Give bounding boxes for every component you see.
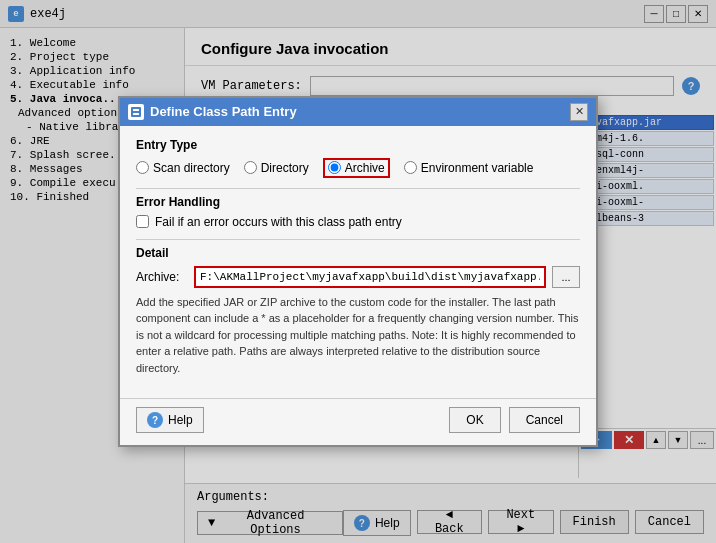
archive-description: Add the specified JAR or ZIP archive to … [136,294,580,377]
archive-field-label: Archive: [136,270,188,284]
radio-directory[interactable]: Directory [244,161,309,175]
archive-input-row: Archive: ... [136,266,580,288]
svg-rect-1 [133,109,139,111]
detail-section: Detail Archive: ... Add the specified JA… [136,246,580,377]
modal-title-icon [128,104,144,120]
divider-2 [136,239,580,240]
error-handling-section: Error Handling Fail if an error occurs w… [136,195,580,229]
error-checkbox[interactable] [136,215,149,228]
define-classpath-dialog: Define Class Path Entry ✕ Entry Type Sca… [118,96,598,448]
entry-type-label: Entry Type [136,138,580,152]
radio-env-variable[interactable]: Environment variable [404,161,534,175]
radio-row: Scan directory Directory Archive Environ… [136,158,580,178]
modal-cancel-button[interactable]: Cancel [509,407,580,433]
modal-overlay: Define Class Path Entry ✕ Entry Type Sca… [0,0,716,543]
svg-rect-2 [133,113,139,115]
detail-label: Detail [136,246,580,260]
modal-ok-button[interactable]: OK [449,407,500,433]
radio-scan-directory[interactable]: Scan directory [136,161,230,175]
error-checkbox-row: Fail if an error occurs with this class … [136,215,580,229]
divider-1 [136,188,580,189]
modal-title-left: Define Class Path Entry [128,104,297,120]
svg-rect-0 [131,107,141,117]
archive-input[interactable] [194,266,546,288]
modal-title-bar: Define Class Path Entry ✕ [120,98,596,126]
error-handling-label: Error Handling [136,195,580,209]
modal-title-text: Define Class Path Entry [150,104,297,119]
archive-browse-button[interactable]: ... [552,266,580,288]
modal-help-button[interactable]: ? Help [136,407,204,433]
modal-close-button[interactable]: ✕ [570,103,588,121]
error-checkbox-label: Fail if an error occurs with this class … [155,215,402,229]
modal-body: Entry Type Scan directory Directory Arch… [120,126,596,399]
modal-help-icon: ? [147,412,163,428]
modal-footer: ? Help OK Cancel [120,398,596,445]
radio-archive[interactable]: Archive [323,158,390,178]
modal-action-buttons: OK Cancel [449,407,580,433]
